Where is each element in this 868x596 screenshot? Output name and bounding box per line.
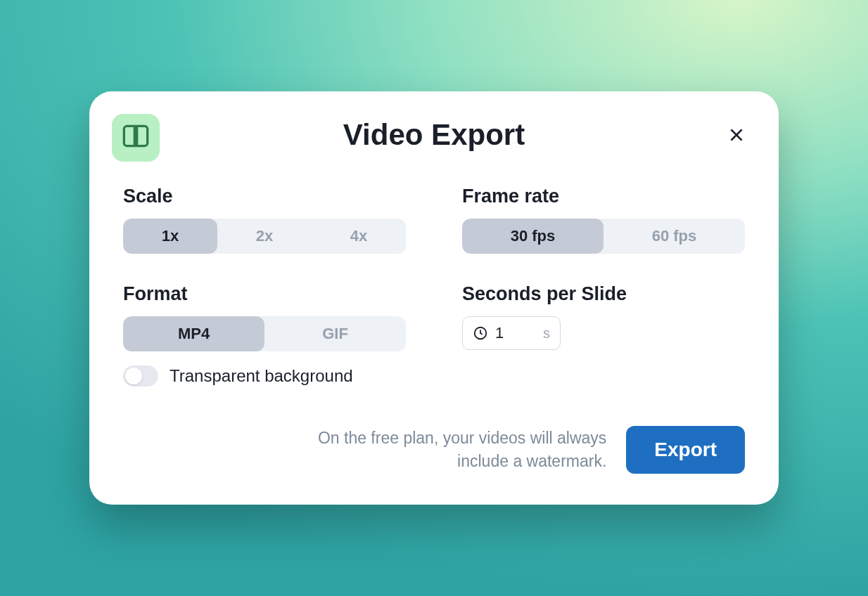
- scale-segmented: 1x 2x 4x: [123, 219, 406, 254]
- scale-option-4x[interactable]: 4x: [312, 219, 406, 254]
- framerate-option-60[interactable]: 60 fps: [604, 219, 745, 254]
- format-label: Format: [123, 283, 406, 305]
- scale-option-2x[interactable]: 2x: [217, 219, 312, 254]
- toggle-knob: [125, 368, 142, 384]
- transparent-row: Transparent background: [123, 365, 406, 387]
- video-export-dialog: Video Export Scale 1x 2x 4x Frame rate 3…: [89, 91, 779, 505]
- framerate-segmented: 30 fps 60 fps: [462, 219, 745, 254]
- scale-section: Scale 1x 2x 4x: [123, 186, 406, 254]
- format-section: Format MP4 GIF Transparent background: [123, 283, 406, 387]
- app-icon: [112, 114, 160, 162]
- dialog-title: Video Export: [343, 118, 525, 152]
- scale-option-1x[interactable]: 1x: [123, 219, 217, 254]
- framerate-label: Frame rate: [462, 186, 745, 207]
- book-open-icon: [122, 124, 150, 152]
- seconds-section: Seconds per Slide 1 s: [462, 283, 745, 387]
- close-icon: [727, 126, 746, 144]
- transparent-toggle[interactable]: [123, 365, 158, 387]
- transparent-label: Transparent background: [170, 366, 353, 386]
- seconds-input[interactable]: 1 s: [462, 316, 561, 350]
- dialog-footer: On the free plan, your videos will alway…: [123, 426, 745, 474]
- seconds-unit: s: [543, 325, 550, 342]
- scale-label: Scale: [123, 186, 406, 207]
- seconds-label: Seconds per Slide: [462, 283, 745, 305]
- framerate-section: Frame rate 30 fps 60 fps: [462, 186, 745, 254]
- close-button[interactable]: [722, 121, 751, 149]
- dialog-header: Video Export: [123, 118, 745, 152]
- settings-grid: Scale 1x 2x 4x Frame rate 30 fps 60 fps …: [123, 186, 745, 387]
- seconds-value: 1: [495, 324, 536, 342]
- format-option-mp4[interactable]: MP4: [123, 316, 264, 351]
- export-button[interactable]: Export: [626, 426, 745, 474]
- framerate-option-30[interactable]: 30 fps: [462, 219, 604, 254]
- clock-icon: [473, 325, 488, 341]
- watermark-disclaimer: On the free plan, your videos will alway…: [283, 427, 606, 474]
- format-segmented: MP4 GIF: [123, 316, 406, 351]
- format-option-gif[interactable]: GIF: [264, 316, 406, 351]
